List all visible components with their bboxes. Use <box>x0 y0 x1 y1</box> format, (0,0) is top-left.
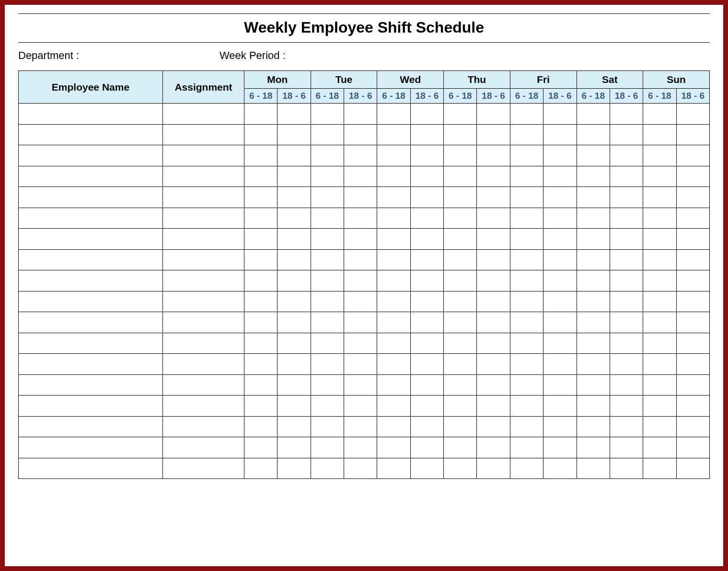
table-cell[interactable] <box>162 270 244 291</box>
table-cell[interactable] <box>643 396 676 417</box>
table-cell[interactable] <box>277 270 311 291</box>
table-cell[interactable] <box>410 416 443 437</box>
table-cell[interactable] <box>643 416 676 437</box>
table-cell[interactable] <box>610 458 643 479</box>
table-cell[interactable] <box>162 333 244 354</box>
table-cell[interactable] <box>244 416 277 437</box>
table-cell[interactable] <box>444 437 477 458</box>
table-cell[interactable] <box>643 270 676 291</box>
table-cell[interactable] <box>643 124 676 145</box>
table-cell[interactable] <box>643 333 676 354</box>
table-cell[interactable] <box>577 416 610 437</box>
table-cell[interactable] <box>577 124 610 145</box>
table-cell[interactable] <box>610 124 643 145</box>
table-cell[interactable] <box>543 333 577 354</box>
table-cell[interactable] <box>244 124 277 145</box>
table-cell[interactable] <box>311 416 344 437</box>
table-cell[interactable] <box>444 208 477 229</box>
table-cell[interactable] <box>19 104 163 125</box>
table-cell[interactable] <box>477 333 510 354</box>
table-cell[interactable] <box>162 124 244 145</box>
table-cell[interactable] <box>676 208 709 229</box>
table-cell[interactable] <box>277 166 311 187</box>
table-cell[interactable] <box>244 458 277 479</box>
table-cell[interactable] <box>344 249 377 270</box>
table-cell[interactable] <box>543 124 577 145</box>
table-cell[interactable] <box>244 374 277 396</box>
table-cell[interactable] <box>344 166 377 187</box>
table-cell[interactable] <box>444 416 477 437</box>
table-cell[interactable] <box>477 396 510 417</box>
table-cell[interactable] <box>244 229 277 250</box>
table-cell[interactable] <box>610 354 643 375</box>
table-cell[interactable] <box>277 104 311 125</box>
table-cell[interactable] <box>410 166 443 187</box>
table-cell[interactable] <box>577 374 610 396</box>
table-cell[interactable] <box>19 312 163 333</box>
table-cell[interactable] <box>676 437 709 458</box>
table-cell[interactable] <box>410 333 443 354</box>
table-cell[interactable] <box>344 145 377 166</box>
table-cell[interactable] <box>244 354 277 375</box>
table-cell[interactable] <box>377 416 410 437</box>
table-cell[interactable] <box>510 166 543 187</box>
table-cell[interactable] <box>311 333 344 354</box>
table-cell[interactable] <box>676 104 709 125</box>
table-cell[interactable] <box>19 333 163 354</box>
table-cell[interactable] <box>676 270 709 291</box>
table-cell[interactable] <box>344 124 377 145</box>
table-cell[interactable] <box>410 104 443 125</box>
table-cell[interactable] <box>377 333 410 354</box>
table-cell[interactable] <box>510 270 543 291</box>
table-cell[interactable] <box>410 291 443 312</box>
table-cell[interactable] <box>610 229 643 250</box>
table-cell[interactable] <box>244 437 277 458</box>
table-cell[interactable] <box>444 145 477 166</box>
table-cell[interactable] <box>311 104 344 125</box>
table-cell[interactable] <box>444 312 477 333</box>
table-cell[interactable] <box>643 208 676 229</box>
table-cell[interactable] <box>577 458 610 479</box>
table-cell[interactable] <box>643 374 676 396</box>
table-cell[interactable] <box>676 145 709 166</box>
table-cell[interactable] <box>277 249 311 270</box>
table-cell[interactable] <box>643 312 676 333</box>
table-cell[interactable] <box>477 458 510 479</box>
table-cell[interactable] <box>244 270 277 291</box>
table-cell[interactable] <box>344 374 377 396</box>
table-cell[interactable] <box>444 374 477 396</box>
table-cell[interactable] <box>676 416 709 437</box>
table-cell[interactable] <box>244 312 277 333</box>
table-cell[interactable] <box>311 354 344 375</box>
table-cell[interactable] <box>643 354 676 375</box>
table-cell[interactable] <box>444 396 477 417</box>
table-cell[interactable] <box>643 104 676 125</box>
table-cell[interactable] <box>577 270 610 291</box>
table-cell[interactable] <box>377 312 410 333</box>
table-cell[interactable] <box>543 458 577 479</box>
table-cell[interactable] <box>19 396 163 417</box>
table-cell[interactable] <box>477 270 510 291</box>
table-cell[interactable] <box>676 124 709 145</box>
table-cell[interactable] <box>577 437 610 458</box>
table-cell[interactable] <box>244 291 277 312</box>
table-cell[interactable] <box>577 208 610 229</box>
table-cell[interactable] <box>444 458 477 479</box>
table-cell[interactable] <box>577 354 610 375</box>
table-cell[interactable] <box>377 249 410 270</box>
table-cell[interactable] <box>344 333 377 354</box>
table-cell[interactable] <box>577 187 610 208</box>
table-cell[interactable] <box>162 396 244 417</box>
table-cell[interactable] <box>277 312 311 333</box>
table-cell[interactable] <box>410 270 443 291</box>
table-cell[interactable] <box>377 208 410 229</box>
table-cell[interactable] <box>19 437 163 458</box>
table-cell[interactable] <box>311 312 344 333</box>
table-cell[interactable] <box>477 354 510 375</box>
table-cell[interactable] <box>610 396 643 417</box>
table-cell[interactable] <box>510 291 543 312</box>
table-cell[interactable] <box>377 124 410 145</box>
table-cell[interactable] <box>162 458 244 479</box>
table-cell[interactable] <box>510 229 543 250</box>
table-cell[interactable] <box>277 396 311 417</box>
